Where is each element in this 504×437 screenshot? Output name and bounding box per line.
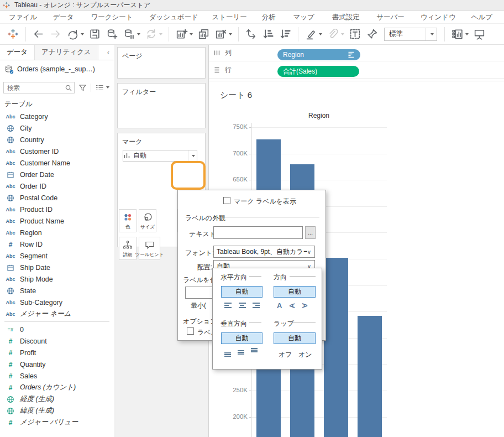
menu-item-2[interactable]: データ(D) bbox=[47, 11, 85, 24]
field-orders-[interactable]: #Orders (カウント) bbox=[0, 382, 114, 393]
menu-item-1[interactable]: ファイル(F) bbox=[3, 11, 47, 24]
sort-descending-icon[interactable] bbox=[348, 51, 355, 58]
field-profit[interactable]: #Profit bbox=[0, 347, 114, 358]
search-input-box[interactable] bbox=[3, 82, 75, 93]
pages-card[interactable]: ページ bbox=[117, 47, 206, 79]
align-center-icon[interactable] bbox=[238, 303, 246, 310]
label-text-input[interactable] bbox=[214, 227, 302, 238]
tab-data[interactable]: データ bbox=[0, 45, 34, 60]
show-mark-labels-checkbox[interactable] bbox=[223, 197, 230, 204]
sort-descending-button[interactable] bbox=[277, 26, 294, 43]
search-input[interactable] bbox=[4, 82, 74, 93]
text-rotate-right-icon[interactable]: A bbox=[301, 303, 309, 308]
replay-arrow-caret-icon[interactable] bbox=[81, 33, 84, 35]
menu-item-6[interactable]: 分析(A) bbox=[256, 11, 288, 24]
presentation-mode-button[interactable] bbox=[471, 26, 488, 43]
field--[interactable]: 緯度 (生成) bbox=[0, 405, 114, 417]
field--[interactable]: #メジャー バリュー bbox=[0, 417, 114, 428]
menu-item-7[interactable]: マップ(M) bbox=[287, 11, 327, 24]
field-country[interactable]: Country bbox=[0, 134, 114, 145]
wrap-on-button[interactable]: オン bbox=[298, 350, 312, 360]
data-source-row[interactable]: Orders (sample_-_sup…) bbox=[0, 62, 114, 76]
new-worksheet-button[interactable] bbox=[173, 26, 195, 43]
sheet-title[interactable]: シート 6 bbox=[220, 90, 252, 101]
back-arrow-button[interactable] bbox=[30, 26, 47, 43]
wrap-auto-button[interactable]: 自動 bbox=[274, 332, 316, 344]
menu-item-11[interactable]: ヘルプ(H) bbox=[466, 11, 504, 24]
align-left-icon[interactable] bbox=[224, 303, 233, 310]
field-postal-code[interactable]: Postal Code bbox=[0, 192, 114, 204]
field-0[interactable]: =#0 bbox=[0, 324, 114, 335]
color-button[interactable]: 色 bbox=[119, 209, 136, 232]
menu-item-4[interactable]: ダッシュボード(B) bbox=[144, 11, 207, 24]
bar-mark[interactable] bbox=[358, 316, 382, 437]
pill-region[interactable]: Region bbox=[277, 49, 360, 60]
menu-item-9[interactable]: サーバー(S) bbox=[371, 11, 415, 24]
bar-mark[interactable] bbox=[324, 258, 348, 437]
pill-sum-sales[interactable]: 合計(Sales) bbox=[277, 66, 359, 77]
field--[interactable]: Abcメジャー ネーム bbox=[0, 308, 114, 320]
direction-auto-button[interactable]: 自動 bbox=[274, 286, 316, 298]
collapse-pane-icon[interactable]: ‹ bbox=[103, 45, 114, 60]
filters-card[interactable]: フィルター bbox=[117, 83, 206, 128]
field-sub-category[interactable]: AbcSub-Category bbox=[0, 296, 114, 308]
field-ship-mode[interactable]: AbcShip Mode bbox=[0, 273, 114, 285]
highlight-pen-caret-icon[interactable] bbox=[319, 33, 322, 35]
font-select[interactable]: Tableau Book, 9pt、自動カラー ∨ bbox=[213, 246, 315, 258]
new-worksheet-caret-icon[interactable] bbox=[190, 33, 193, 35]
save-button[interactable] bbox=[86, 26, 103, 43]
view-options-caret-icon[interactable] bbox=[106, 86, 109, 89]
valign-top-icon[interactable] bbox=[251, 348, 260, 352]
new-data-source-button[interactable] bbox=[103, 26, 120, 43]
view-options-icon[interactable] bbox=[91, 84, 104, 92]
vertical-auto-button[interactable]: 自動 bbox=[221, 332, 262, 344]
sort-ascending-button[interactable] bbox=[260, 26, 277, 43]
mark-type-caret-icon[interactable] bbox=[188, 150, 197, 161]
field-ship-date[interactable]: Ship Date bbox=[0, 262, 114, 273]
tableau-logo-button[interactable] bbox=[4, 26, 22, 43]
horizontal-auto-button[interactable]: 自動 bbox=[221, 286, 262, 298]
duplicate-sheet-button[interactable] bbox=[195, 26, 212, 43]
field-customer-id[interactable]: AbcCustomer ID bbox=[0, 145, 114, 157]
tab-analytics[interactable]: アナリティクス bbox=[34, 45, 98, 60]
text-label-button[interactable] bbox=[347, 26, 364, 43]
field-product-name[interactable]: AbcProduct Name bbox=[0, 215, 114, 227]
highlight-pen-button[interactable] bbox=[302, 26, 324, 43]
menu-item-10[interactable]: ウィンドウ(N) bbox=[415, 11, 466, 24]
fit-select-caret-icon[interactable] bbox=[426, 28, 437, 40]
valign-middle-icon[interactable] bbox=[238, 350, 246, 355]
size-button[interactable]: サイズ bbox=[139, 209, 156, 232]
pin-button[interactable] bbox=[364, 26, 381, 43]
mark-type-select[interactable]: 自動 bbox=[123, 150, 197, 162]
field-order-id[interactable]: AbcOrder ID bbox=[0, 180, 114, 192]
field-state[interactable]: State bbox=[0, 285, 114, 296]
field-category[interactable]: AbcCategory bbox=[0, 111, 114, 122]
show-me-caret-icon[interactable] bbox=[465, 33, 469, 35]
field-order-date[interactable]: Order Date bbox=[0, 169, 114, 180]
tooltip-button[interactable]: ツールヒント bbox=[139, 237, 160, 260]
menu-item-8[interactable]: 書式設定(O) bbox=[327, 11, 371, 24]
clear-sheet-caret-icon[interactable] bbox=[229, 33, 232, 35]
field-product-id[interactable]: AbcProduct ID bbox=[0, 204, 114, 215]
align-right-icon[interactable] bbox=[251, 303, 260, 310]
fit-select[interactable]: 標準 bbox=[384, 28, 437, 41]
field-sales[interactable]: #Sales bbox=[0, 370, 114, 382]
replay-arrow-button[interactable] bbox=[64, 26, 86, 43]
swap-rows-columns-button[interactable] bbox=[243, 26, 260, 43]
pause-auto-updates-button[interactable] bbox=[120, 26, 143, 43]
text-rotate-left-icon[interactable]: A bbox=[288, 303, 296, 308]
valign-bottom-icon[interactable] bbox=[224, 352, 233, 357]
text-ellipsis-button[interactable]: ... bbox=[305, 226, 316, 239]
detail-button[interactable]: 詳細 bbox=[119, 237, 136, 260]
menu-item-3[interactable]: ワークシート(W) bbox=[85, 11, 143, 24]
field-discount[interactable]: #Discount bbox=[0, 335, 114, 347]
field-region[interactable]: AbcRegion bbox=[0, 227, 114, 238]
menu-item-5[interactable]: ストーリー(T) bbox=[206, 11, 256, 24]
field--[interactable]: 経度 (生成) bbox=[0, 393, 114, 405]
show-me-button[interactable] bbox=[449, 26, 471, 43]
field-segment[interactable]: AbcSegment bbox=[0, 250, 114, 262]
option-checkbox[interactable] bbox=[187, 327, 194, 335]
field-row-id[interactable]: #Row ID bbox=[0, 238, 114, 250]
field-city[interactable]: City bbox=[0, 122, 114, 134]
field-quantity[interactable]: #Quantity bbox=[0, 358, 114, 370]
